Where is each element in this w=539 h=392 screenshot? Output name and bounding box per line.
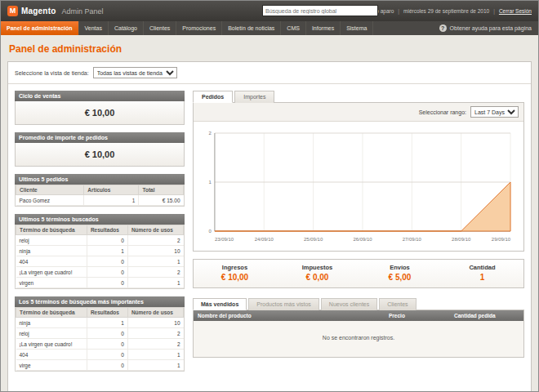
search-results: 0 (87, 278, 127, 288)
stat-cantidad: Cantidad 1 (441, 260, 523, 287)
range-row: Seleccionar rango: Last 7 Days (194, 103, 523, 122)
search-results: 1 (87, 246, 127, 256)
stat-label: Ingresos (194, 264, 276, 271)
order-row[interactable]: Paco Gomez 1 € 15.00 (16, 195, 184, 206)
products-tabs: Más vendidos Productos más vistos Nuevos… (193, 298, 524, 310)
search-term: ¡La virgen que cuadro! (16, 339, 87, 350)
nav-item-promociones[interactable]: Promociones (176, 21, 222, 35)
main-nav: Panel de administración Ventas Catálogo … (1, 21, 538, 35)
search-term: 404 (16, 350, 87, 360)
search-results: 0 (87, 235, 127, 246)
svg-text:0: 0 (209, 229, 212, 234)
column-header: Cantidad pedida (450, 310, 523, 321)
logo-subtitle: Admin Panel (62, 7, 104, 16)
range-select[interactable]: Last 7 Days (470, 106, 519, 118)
nav-item-catalogo[interactable]: Catálogo (109, 21, 144, 35)
help-icon: ? (439, 24, 447, 32)
stat-label: Envíos (359, 264, 441, 271)
search-uses: 2 (127, 267, 183, 278)
search-uses: 10 (127, 246, 183, 256)
search-term-row[interactable]: reloj 0 2 (16, 328, 184, 339)
dashboard-left-column: Ciclo de ventas € 10,00 Promedio de impo… (15, 91, 185, 379)
search-term: ninja (16, 246, 87, 256)
search-uses: 1 (127, 360, 183, 371)
column-header: Precio (385, 310, 450, 321)
nav-item-cms[interactable]: CMS (281, 21, 306, 35)
chart-card: Seleccionar rango: Last 7 Days 01223/09/… (193, 103, 524, 252)
magento-admin-window: M Magento Admin Panel Accedió como aparo… (0, 0, 539, 392)
range-label: Seleccionar rango: (419, 109, 466, 115)
svg-text:27/09/10: 27/09/10 (403, 237, 422, 242)
search-results: 0 (87, 360, 127, 371)
tab-clientes[interactable]: Clientes (379, 298, 416, 310)
stat-value: € 5,00 (359, 273, 441, 282)
tab-productos-mas-vistos[interactable]: Productos más vistos (248, 298, 319, 310)
nav-item-sistema[interactable]: Sistema (341, 21, 373, 35)
search-term: reloj (16, 235, 87, 246)
nav-item-clientes[interactable]: Clientes (144, 21, 176, 35)
dashboard-content: Seleccione la vista de tienda: Todas las… (7, 61, 532, 392)
search-uses: 10 (127, 318, 183, 328)
search-uses: 2 (127, 328, 183, 339)
last-orders-panel: Ultimos 5 pedidos Cliente Artículos Tota… (15, 174, 185, 207)
stat-value: € 10,00 (194, 273, 276, 282)
header-date: miércoles 29 de septiembre de 2010 (403, 8, 489, 14)
search-term: virgen (16, 278, 87, 288)
search-uses: 1 (127, 350, 183, 360)
svg-text:26/09/10: 26/09/10 (353, 237, 372, 242)
stat-envios: Envíos € 5,00 (359, 260, 441, 287)
nav-item-boletin[interactable]: Boletín de noticias (222, 21, 281, 35)
search-results: 0 (87, 256, 127, 267)
tab-importes[interactable]: Importes (234, 91, 274, 103)
store-view-label: Seleccione la vista de tienda: (15, 70, 89, 76)
search-term-row[interactable]: 404 0 1 (16, 350, 184, 360)
magento-logo-icon: M (7, 6, 18, 16)
column-header: Cliente (16, 185, 84, 195)
tab-pedidos[interactable]: Pedidos (193, 91, 233, 103)
dashboard-right-column: Pedidos Importes Seleccionar rango: Last… (193, 91, 524, 358)
search-term-row[interactable]: 404 0 1 (16, 256, 184, 267)
top-header: M Magento Admin Panel Accedió como aparo… (1, 1, 538, 21)
stat-label: Impuestos (276, 264, 359, 271)
global-search-input[interactable] (262, 5, 378, 16)
store-view-select[interactable]: Todas las vistas de tienda (93, 67, 177, 78)
stat-impuestos: Impuestos € 0,00 (276, 260, 359, 287)
search-term-row[interactable]: ¡La virgen que cuadro! 0 2 (16, 339, 184, 350)
nav-item-dashboard[interactable]: Panel de administración (1, 21, 79, 35)
search-term-row[interactable]: reloj 0 2 (16, 235, 184, 246)
search-term-row[interactable]: virge 0 1 (16, 360, 184, 371)
search-term: 404 (16, 256, 87, 267)
lifetime-sales-title: Ciclo de ventas (15, 91, 185, 101)
search-results: 0 (87, 267, 127, 278)
help-link[interactable]: ? Obtener ayuda para esta página (439, 21, 538, 35)
logout-link[interactable]: Cerrar Sesión (499, 8, 532, 14)
search-uses: 2 (127, 339, 183, 350)
nav-item-ventas[interactable]: Ventas (79, 21, 109, 35)
order-customer: Paco Gomez (16, 195, 84, 206)
average-orders-title: Promedio de importe de pedidos (15, 132, 185, 143)
header-separator: | (398, 8, 399, 14)
column-header: Nombre del producto (194, 310, 385, 321)
column-header: Término de búsqueda (16, 225, 87, 235)
magento-logo: M Magento Admin Panel (7, 6, 104, 16)
search-uses: 2 (127, 235, 183, 246)
column-header: Número de usos (127, 225, 183, 235)
products-grid: Nombre del producto Precio Cantidad pedi… (193, 310, 524, 358)
search-term: virge (16, 360, 87, 371)
nav-item-informes[interactable]: Informes (306, 21, 341, 35)
search-term-row[interactable]: ninja 1 10 (16, 318, 184, 328)
chart-tabs: Pedidos Importes (193, 91, 524, 103)
column-header: Resultados (87, 308, 127, 318)
column-header: Resultados (87, 225, 127, 235)
tab-nuevos-clientes[interactable]: Nuevos clientes (321, 298, 377, 310)
search-term-row[interactable]: ¡La virgen que cuadro! 0 2 (16, 267, 184, 278)
search-term-row[interactable]: virgen 0 1 (16, 278, 184, 288)
last-search-title: Ultimos 5 términos buscados (15, 214, 185, 225)
tab-mas-vendidos[interactable]: Más vendidos (193, 298, 247, 310)
stat-value: 1 (441, 273, 523, 282)
search-term-row[interactable]: ninja 1 10 (16, 246, 184, 256)
svg-text:1: 1 (209, 180, 212, 185)
svg-text:23/09/10: 23/09/10 (215, 237, 234, 242)
search-uses: 1 (127, 278, 183, 288)
svg-text:25/09/10: 25/09/10 (304, 237, 323, 242)
